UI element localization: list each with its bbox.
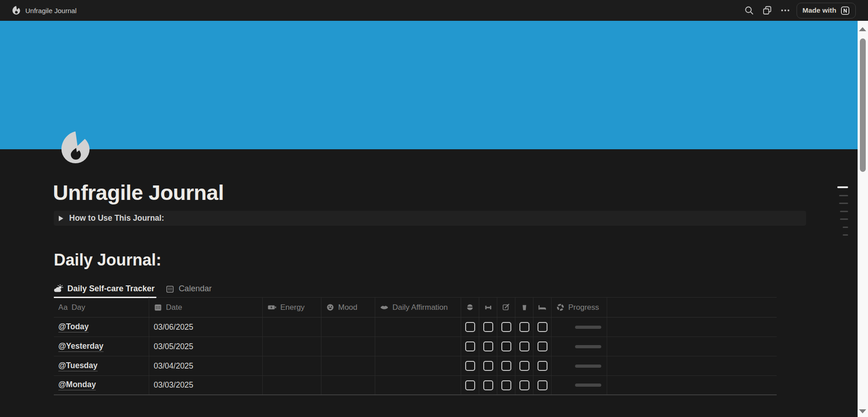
- column-header-exercise[interactable]: [479, 298, 497, 317]
- checkbox-water[interactable]: [519, 341, 529, 351]
- cell-exercise: [479, 317, 497, 336]
- checkbox-water[interactable]: [519, 361, 529, 371]
- checkbox-journal[interactable]: [501, 380, 511, 390]
- column-header-progress[interactable]: Progress: [552, 298, 607, 317]
- cell-trailing-space: [607, 376, 777, 394]
- scrollbar-down-arrow-icon[interactable]: [859, 409, 866, 413]
- vertical-scrollbar[interactable]: [858, 21, 868, 417]
- cell-sleep: [533, 376, 552, 394]
- column-header-date[interactable]: Date: [149, 298, 263, 317]
- tab-daily-self-care-tracker[interactable]: Daily Self-care Tracker: [54, 280, 156, 298]
- checkbox-sleep[interactable]: [538, 341, 547, 351]
- table-row: @Today 03/06/2025: [54, 317, 777, 337]
- column-header-energy[interactable]: Energy: [263, 298, 321, 317]
- cell-trailing-space: [607, 337, 777, 356]
- checkbox-sleep[interactable]: [538, 322, 547, 332]
- calendar-icon: [154, 303, 162, 312]
- cell-day: @Tuesday: [54, 356, 149, 375]
- sun-behind-cloud-icon: [54, 284, 63, 294]
- duplicate-icon: [762, 5, 773, 16]
- tab-label: Daily Self-care Tracker: [67, 284, 155, 294]
- ellipsis-icon: [780, 5, 791, 16]
- water-glass-icon: [520, 303, 528, 312]
- checkbox-exercise[interactable]: [483, 322, 493, 332]
- cell-meal: [461, 376, 479, 394]
- cell-daily-affirmation: [375, 376, 461, 394]
- date-mention[interactable]: @Today: [58, 322, 89, 332]
- cell-journal: [497, 356, 515, 375]
- search-button[interactable]: [742, 4, 756, 17]
- cell-exercise: [479, 356, 497, 375]
- cell-daily-affirmation: [375, 356, 461, 375]
- cell-energy: [263, 356, 321, 375]
- column-header-daily-affirmation[interactable]: Daily Affirmation: [375, 298, 461, 317]
- outline-item[interactable]: [839, 195, 848, 196]
- column-header-journal[interactable]: [497, 298, 515, 317]
- made-with-notion-button[interactable]: Made with: [797, 3, 856, 19]
- cell-daily-affirmation: [375, 337, 461, 356]
- column-header-sleep[interactable]: [533, 298, 552, 317]
- checkbox-sleep[interactable]: [538, 380, 547, 390]
- cell-mood: [321, 337, 375, 356]
- checkbox-journal[interactable]: [501, 341, 511, 351]
- progress-ring-icon: [556, 303, 565, 312]
- checkbox-exercise[interactable]: [483, 380, 493, 390]
- column-header-meal[interactable]: [461, 298, 479, 317]
- checkbox-exercise[interactable]: [483, 341, 493, 351]
- date-mention[interactable]: @Yesterday: [58, 341, 104, 352]
- scrollbar-thumb[interactable]: [860, 38, 866, 172]
- checkbox-water[interactable]: [519, 380, 529, 390]
- search-icon: [744, 5, 755, 16]
- date-mention[interactable]: @Tuesday: [58, 361, 98, 371]
- outline-item[interactable]: [837, 186, 848, 188]
- checkbox-water[interactable]: [519, 322, 529, 332]
- checkbox-meal[interactable]: [465, 322, 475, 332]
- checkbox-exercise[interactable]: [483, 361, 493, 371]
- checkbox-meal[interactable]: [465, 341, 475, 351]
- checkbox-meal[interactable]: [465, 380, 475, 390]
- dumbbell-icon: [484, 303, 493, 312]
- text-property-icon: Aa: [58, 303, 68, 312]
- cell-date: 03/03/2025: [149, 376, 263, 394]
- toggle-label: How to Use This Journal:: [69, 213, 164, 223]
- checkbox-journal[interactable]: [501, 322, 511, 332]
- cell-progress: [552, 356, 607, 375]
- outline-item[interactable]: [843, 234, 848, 236]
- outline-item[interactable]: [839, 203, 848, 204]
- cell-sleep: [533, 337, 552, 356]
- more-options-button[interactable]: [778, 4, 792, 17]
- cell-water: [515, 356, 533, 375]
- progress-bar: [575, 365, 601, 368]
- cell-date: 03/05/2025: [149, 337, 263, 356]
- column-header-trailing-space: [607, 298, 777, 317]
- cell-exercise: [479, 376, 497, 394]
- checkbox-journal[interactable]: [501, 361, 511, 371]
- cell-exercise: [479, 337, 497, 356]
- cell-journal: [497, 376, 515, 394]
- flame-icon: [59, 131, 92, 165]
- table-header-row: Aa Day Date: [54, 298, 777, 317]
- outline-item[interactable]: [840, 211, 848, 212]
- scrollbar-up-arrow-icon[interactable]: [859, 27, 866, 31]
- progress-bar: [575, 384, 601, 387]
- table-row: @Yesterday 03/05/2025: [54, 337, 777, 356]
- lips-icon: [380, 303, 389, 312]
- progress-bar: [575, 326, 601, 329]
- journal-edit-icon: [502, 303, 510, 312]
- duplicate-button[interactable]: [760, 4, 774, 17]
- column-header-water[interactable]: [515, 298, 533, 317]
- checkbox-sleep[interactable]: [538, 361, 547, 371]
- tab-calendar[interactable]: Calendar: [165, 280, 213, 298]
- checkbox-meal[interactable]: [465, 361, 475, 371]
- date-mention[interactable]: @Monday: [58, 380, 96, 390]
- cell-day: @Today: [54, 317, 149, 336]
- outline-item[interactable]: [843, 227, 848, 228]
- cell-water: [515, 317, 533, 336]
- outline-item[interactable]: [840, 218, 848, 220]
- daily-tracker-table: Aa Day Date: [54, 298, 777, 395]
- column-header-mood[interactable]: Mood: [321, 298, 375, 317]
- cell-day: @Yesterday: [54, 337, 149, 356]
- column-header-day[interactable]: Aa Day: [54, 298, 149, 317]
- toggle-how-to-use[interactable]: How to Use This Journal:: [54, 211, 806, 226]
- meal-bowl-icon: [466, 303, 474, 312]
